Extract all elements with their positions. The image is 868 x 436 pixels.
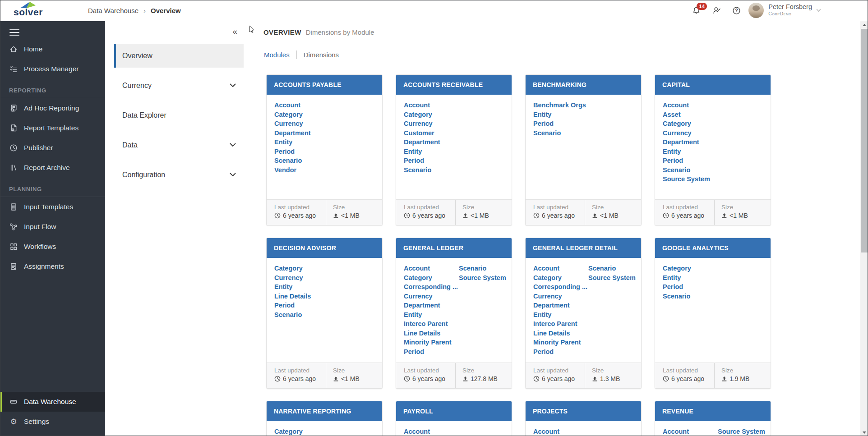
dimension-link-account[interactable]: Account <box>274 101 300 109</box>
sidebar-item-data-warehouse[interactable]: Data Warehouse <box>0 392 105 412</box>
dimension-link-period[interactable]: Period <box>404 348 424 355</box>
dimension-link-currency[interactable]: Currency <box>274 274 303 281</box>
dimension-link-source-system[interactable]: Source System <box>718 428 765 435</box>
dimension-link-department[interactable]: Department <box>533 302 570 309</box>
dimension-link-customer[interactable]: Customer <box>404 129 434 137</box>
dimension-link-category[interactable]: Category <box>404 274 432 281</box>
dimension-link-account[interactable]: Account <box>663 428 689 435</box>
dimension-link-scenario[interactable]: Scenario <box>663 293 690 300</box>
dimension-link-account[interactable]: Account <box>404 428 430 435</box>
dimension-link-benchmark-orgs[interactable]: Benchmark Orgs <box>533 101 586 109</box>
user-info[interactable]: Peter Forsberg CorpDemo <box>768 4 812 17</box>
dimension-link-account[interactable]: Account <box>533 428 559 435</box>
notifications-button[interactable]: 14 <box>692 6 701 15</box>
dimension-link-department[interactable]: Department <box>663 138 699 146</box>
solver-logo[interactable]: solver <box>14 1 43 17</box>
dimension-link-entity[interactable]: Entity <box>533 311 551 318</box>
support-button[interactable] <box>712 5 722 15</box>
dimension-link-period[interactable]: Period <box>533 120 554 127</box>
user-avatar[interactable] <box>748 3 764 18</box>
dimension-link-account[interactable]: Account <box>533 265 559 272</box>
panel-item-data-explorer[interactable]: Data Explorer <box>114 103 244 127</box>
dimension-link-account[interactable]: Account <box>404 101 430 109</box>
dimension-link-interco-parent[interactable]: Interco Parent <box>533 320 577 327</box>
dimension-link-currency[interactable]: Currency <box>274 120 303 127</box>
collapse-panel-button[interactable]: « <box>232 27 237 37</box>
dimension-link-entity[interactable]: Entity <box>663 148 681 155</box>
sidebar-item-report-archive[interactable]: Report Archive <box>0 158 105 178</box>
sidebar-item-publisher[interactable]: Publisher <box>0 138 105 158</box>
dimension-link-category[interactable]: Category <box>274 265 303 272</box>
dimension-link-source-system[interactable]: Source System <box>663 175 710 183</box>
sidebar-item-workflows[interactable]: Workflows <box>0 237 105 257</box>
help-button[interactable]: ? <box>732 6 741 15</box>
dimension-link-period[interactable]: Period <box>533 348 554 355</box>
dimension-link-category[interactable]: Category <box>404 111 432 118</box>
dimension-link-currency[interactable]: Currency <box>663 129 692 137</box>
dimension-link-category[interactable]: Category <box>274 111 303 118</box>
dimension-link-entity[interactable]: Entity <box>274 138 292 146</box>
dimension-link-department[interactable]: Department <box>404 302 440 309</box>
dimension-link-account[interactable]: Account <box>663 101 689 109</box>
dimension-link-entity[interactable]: Entity <box>663 274 681 281</box>
sidebar-item-settings[interactable]: ⚙Settings <box>0 412 105 431</box>
panel-item-overview[interactable]: Overview <box>114 44 244 68</box>
dimension-link-minority-parent[interactable]: Minority Parent <box>533 339 581 346</box>
sidebar-item-ad-hoc-reporting[interactable]: Ad Hoc Reporting <box>0 98 105 118</box>
chevron-down-icon[interactable] <box>816 9 821 12</box>
dimension-link-currency[interactable]: Currency <box>404 120 433 127</box>
dimension-link-vendor[interactable]: Vendor <box>274 166 296 174</box>
dimension-link-interco-parent[interactable]: Interco Parent <box>404 320 448 327</box>
dimension-link-currency[interactable]: Currency <box>533 293 562 300</box>
dimension-link-currency[interactable]: Currency <box>404 293 433 300</box>
dimension-link-scenario[interactable]: Scenario <box>663 166 690 174</box>
dimension-link-entity[interactable]: Entity <box>274 283 292 290</box>
dimension-link-category[interactable]: Category <box>663 120 691 127</box>
tab-modules[interactable]: Modules <box>264 51 290 59</box>
dimension-link-entity[interactable]: Entity <box>404 311 422 318</box>
dimension-link-line-details[interactable]: Line Details <box>533 330 570 337</box>
panel-item-configuration[interactable]: Configuration <box>114 163 244 187</box>
dimension-link-source-system[interactable]: Source System <box>459 274 506 281</box>
dimension-link-period[interactable]: Period <box>404 157 424 164</box>
dimension-link-period[interactable]: Period <box>274 302 295 309</box>
dimension-link-entity[interactable]: Entity <box>404 148 422 155</box>
dimension-link-line-details[interactable]: Line Details <box>404 330 440 337</box>
scroll-down-button[interactable] <box>860 429 868 436</box>
dimension-link-scenario[interactable]: Scenario <box>274 157 302 164</box>
dimension-link-entity[interactable]: Entity <box>533 111 551 118</box>
dimension-link-account[interactable]: Account <box>404 265 430 272</box>
dimension-link-scenario[interactable]: Scenario <box>274 311 302 318</box>
dimension-link-scenario[interactable]: Scenario <box>533 129 561 137</box>
vertical-scrollbar[interactable] <box>860 21 868 436</box>
scrollbar-thumb[interactable] <box>861 29 868 252</box>
dimension-link-category[interactable]: Category <box>274 428 303 435</box>
scroll-up-button[interactable] <box>860 21 868 28</box>
dimension-link-scenario[interactable]: Scenario <box>404 166 431 174</box>
dimension-link-period[interactable]: Period <box>663 283 683 290</box>
dimension-link-source-system[interactable]: Source System <box>588 274 636 281</box>
dimension-link-category[interactable]: Category <box>533 274 562 281</box>
sidebar-item-input-templates[interactable]: Input Templates <box>0 197 105 217</box>
dimension-link-department[interactable]: Department <box>404 138 440 146</box>
dimension-link-asset[interactable]: Asset <box>663 111 681 118</box>
breadcrumb-parent[interactable]: Data Warehouse <box>88 7 139 14</box>
sidebar-item-input-flow[interactable]: Input Flow <box>0 217 105 237</box>
dimension-link-line-details[interactable]: Line Details <box>274 293 311 300</box>
dimension-link-period[interactable]: Period <box>274 148 295 155</box>
panel-item-currency[interactable]: Currency <box>114 73 244 97</box>
panel-item-data[interactable]: Data <box>114 133 244 157</box>
tab-dimensions[interactable]: Dimensions <box>304 51 339 59</box>
dimension-link-category[interactable]: Category <box>663 265 691 272</box>
dimension-link-scenario[interactable]: Scenario <box>459 265 486 272</box>
dimension-link-minority-parent[interactable]: Minority Parent <box>404 339 452 346</box>
dimension-link-period[interactable]: Period <box>663 157 683 164</box>
dimension-link-corresponding[interactable]: Corresponding ... <box>533 283 587 290</box>
dimension-link-department[interactable]: Department <box>274 129 311 137</box>
sidebar-item-assignments[interactable]: Assignments <box>0 257 105 276</box>
dimension-link-corresponding[interactable]: Corresponding ... <box>404 283 458 290</box>
sidebar-item-home[interactable]: Home <box>0 39 105 59</box>
dimension-link-scenario[interactable]: Scenario <box>588 265 616 272</box>
menu-toggle-button[interactable] <box>9 29 19 36</box>
sidebar-item-report-templates[interactable]: Report Templates <box>0 118 105 138</box>
